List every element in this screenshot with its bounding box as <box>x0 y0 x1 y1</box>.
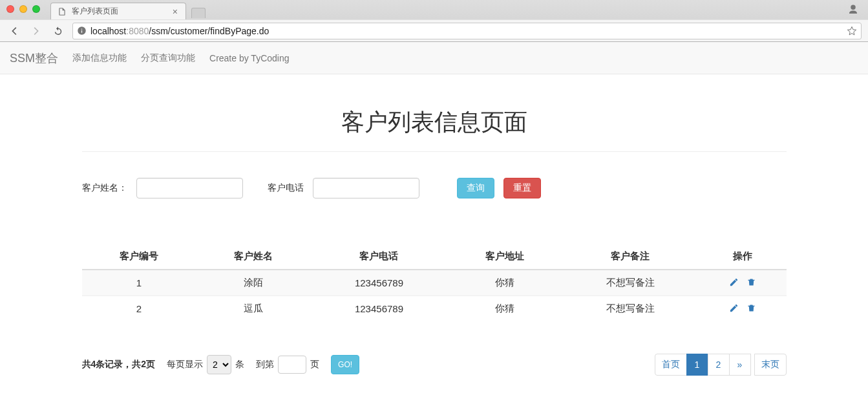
nav-link-credits[interactable]: Create by TyCoding <box>209 53 289 63</box>
per-page-control: 每页显示 2 条 <box>167 355 244 374</box>
cell-address: 你猜 <box>448 296 562 322</box>
page-favicon-icon <box>58 7 67 16</box>
nav-link-paging[interactable]: 分页查询功能 <box>141 52 195 64</box>
cell-phone: 123456789 <box>310 296 447 322</box>
th-id: 客户编号 <box>82 244 196 270</box>
address-bar[interactable]: localhost:8080/ssm/customer/findByPage.d… <box>72 23 862 39</box>
cell-remark: 不想写备注 <box>562 296 699 322</box>
table-header-row: 客户编号 客户姓名 客户电话 客户地址 客户备注 操作 <box>82 244 787 270</box>
tab-title: 客户列表页面 <box>72 6 171 17</box>
delete-icon[interactable] <box>746 277 756 289</box>
cell-id: 2 <box>82 296 196 322</box>
browser-toolbar: localhost:8080/ssm/customer/findByPage.d… <box>0 19 868 41</box>
browser-chrome: 客户列表页面 × localhost:8080/ssm/customer/fin… <box>0 0 868 42</box>
cell-remark: 不想写备注 <box>562 270 699 296</box>
name-label: 客户姓名： <box>82 182 127 194</box>
cell-phone: 123456789 <box>310 270 447 296</box>
table-row: 1涂陌123456789你猜不想写备注 <box>82 270 787 296</box>
page-first[interactable]: 首页 <box>655 354 687 376</box>
goto-page-input[interactable] <box>278 356 306 374</box>
th-remark: 客户备注 <box>562 244 699 270</box>
cell-name: 逗瓜 <box>196 296 310 322</box>
table-row: 2逗瓜123456789你猜不想写备注 <box>82 296 787 322</box>
pagination: 首页12»末页 <box>655 354 787 376</box>
delete-icon[interactable] <box>746 303 756 315</box>
search-form: 客户姓名： 客户电话 查询 重置 <box>82 178 787 198</box>
window-close-icon[interactable] <box>6 5 14 13</box>
th-actions: 操作 <box>699 244 786 270</box>
window-controls <box>6 5 40 13</box>
edit-icon[interactable] <box>729 303 739 315</box>
cell-actions <box>699 296 786 322</box>
search-button[interactable]: 查询 <box>457 178 494 198</box>
cell-name: 涂陌 <box>196 270 310 296</box>
divider <box>82 151 787 152</box>
reset-button[interactable]: 重置 <box>503 178 541 198</box>
per-page-suffix: 条 <box>235 359 244 370</box>
cell-actions <box>699 270 786 296</box>
url-text: localhost:8080/ssm/customer/findByPage.d… <box>90 26 843 36</box>
browser-tab[interactable]: 客户列表页面 × <box>50 3 186 19</box>
phone-label: 客户电话 <box>268 182 304 194</box>
app-navbar: SSM整合 添加信息功能 分页查询功能 Create by TyCoding <box>0 42 868 74</box>
customer-name-input[interactable] <box>136 178 243 198</box>
page-1[interactable]: 1 <box>686 354 708 376</box>
table-footer: 共4条记录，共2页 每页显示 2 条 到第 页 GO! 首页12»末页 <box>82 354 787 376</box>
nav-link-add[interactable]: 添加信息功能 <box>72 52 127 64</box>
th-name: 客户姓名 <box>196 244 310 270</box>
customer-phone-input[interactable] <box>313 178 419 198</box>
goto-page-control: 到第 页 <box>256 356 319 374</box>
profile-icon[interactable] <box>847 4 859 16</box>
cell-address: 你猜 <box>448 270 562 296</box>
customer-table: 客户编号 客户姓名 客户电话 客户地址 客户备注 操作 1涂陌123456789… <box>82 244 787 321</box>
page-2[interactable]: 2 <box>708 354 730 376</box>
page-last[interactable]: 末页 <box>754 354 787 376</box>
per-page-prefix: 每页显示 <box>167 359 203 370</box>
reload-button[interactable] <box>50 23 66 39</box>
page-title: 客户列表信息页面 <box>82 107 787 138</box>
window-minimize-icon[interactable] <box>19 5 27 13</box>
th-address: 客户地址 <box>448 244 562 270</box>
brand[interactable]: SSM整合 <box>10 50 58 66</box>
goto-suffix: 页 <box>310 359 319 370</box>
goto-prefix: 到第 <box>256 359 274 370</box>
forward-button[interactable] <box>28 23 44 39</box>
new-tab-button[interactable] <box>191 8 206 18</box>
tab-strip: 客户列表页面 × <box>0 0 868 19</box>
main-container: 客户列表信息页面 客户姓名： 客户电话 查询 重置 客户编号 客户姓名 客户电话… <box>56 107 812 376</box>
site-info-icon[interactable] <box>77 26 87 36</box>
th-phone: 客户电话 <box>310 244 447 270</box>
record-summary: 共4条记录，共2页 <box>82 359 156 370</box>
bookmark-star-icon[interactable] <box>847 26 857 36</box>
tab-close-icon[interactable]: × <box>171 7 179 16</box>
page-next[interactable]: » <box>729 354 751 376</box>
per-page-select[interactable]: 2 <box>207 355 231 374</box>
window-zoom-icon[interactable] <box>32 5 40 13</box>
back-button[interactable] <box>6 23 22 39</box>
cell-id: 1 <box>82 270 196 296</box>
edit-icon[interactable] <box>729 277 739 289</box>
go-button[interactable]: GO! <box>331 355 359 374</box>
